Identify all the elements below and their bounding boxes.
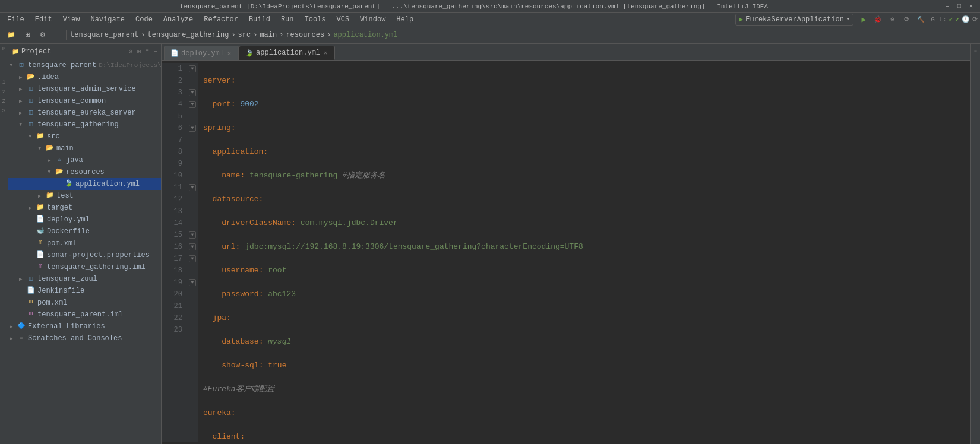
menu-tools[interactable]: Tools: [300, 14, 331, 25]
panel-settings-icon[interactable]: ≡: [146, 48, 149, 55]
git-label: Git:: [931, 16, 946, 23]
fold-11[interactable]: ▼: [189, 184, 196, 191]
right-toolbar: ≡: [970, 44, 980, 444]
breadcrumb-parent[interactable]: tensquare_parent: [70, 31, 138, 39]
fold-1[interactable]: ▼: [189, 65, 196, 72]
tab-application-yml-label: application.yml: [256, 49, 320, 57]
tree-item-application-yml[interactable]: ▶ 🍃 application.yml: [8, 178, 161, 190]
fold-3[interactable]: ▼: [189, 89, 196, 96]
tree-item-external-libraries[interactable]: ▶ 🔷 External Libraries: [8, 321, 161, 332]
tab-deploy-yml-label: deploy.yml: [181, 49, 224, 58]
tree-item-pom-xml[interactable]: ▶ m pom.xml: [8, 237, 161, 249]
menu-bar: File Edit View Navigate Code Analyze Ref…: [0, 13, 980, 26]
menu-view[interactable]: View: [58, 14, 85, 25]
code-line-8: url: jdbc:mysql://192.168.8.19:3306/tens…: [203, 241, 966, 253]
run-button[interactable]: ▶: [857, 13, 870, 26]
icon-parent-iml: m: [26, 310, 36, 319]
tab-deploy-yml-close[interactable]: ✕: [226, 50, 232, 57]
left-tool-4[interactable]: Z: [1, 99, 8, 106]
tab-application-yml-close[interactable]: ✕: [323, 49, 328, 56]
right-tool-1[interactable]: ≡: [974, 49, 977, 55]
icon-eureka-server: ◫: [26, 108, 36, 118]
breadcrumb-src[interactable]: src: [238, 31, 251, 39]
tree-item-target[interactable]: ▶ 📁 target: [8, 202, 161, 214]
panel-minimize-icon[interactable]: –: [154, 48, 157, 55]
tree-item-tensquare-parent[interactable]: ▼ ◫ tensquare_parent D:\IdeaProjects\te: [8, 59, 161, 71]
tree-item-dockerfile[interactable]: ▶ 🐋 Dockerfile: [8, 226, 161, 237]
menu-code[interactable]: Code: [131, 14, 157, 25]
panel-options-icon[interactable]: ⚙: [129, 48, 132, 55]
toolbar-layout-btn[interactable]: ⊞: [21, 30, 34, 40]
code-line-10: password: abc123: [203, 288, 966, 300]
tree-item-resources[interactable]: ▼ 📂 resources: [8, 166, 161, 178]
window-controls[interactable]: – □ ✕: [943, 2, 975, 11]
tree-item-deploy-yml[interactable]: ▶ 📄 deploy.yml: [8, 214, 161, 226]
tree-item-idea[interactable]: ▶ 📂 .idea: [8, 71, 161, 83]
toolbar-minimize-btn[interactable]: –: [52, 30, 62, 40]
panel-layout-icon[interactable]: ⊞: [137, 48, 141, 55]
tree-item-sonar[interactable]: ▶ 📄 sonar-project.properties: [8, 249, 161, 261]
fold-6[interactable]: ▼: [189, 125, 196, 132]
toolbar-project-icon[interactable]: 📁: [4, 30, 19, 40]
menu-run[interactable]: Run: [276, 14, 299, 25]
fold-17[interactable]: ▼: [189, 255, 196, 262]
profile-button[interactable]: ⟳: [900, 13, 913, 26]
tree-item-gathering-iml[interactable]: ▶ m tensquare_gathering.iml: [8, 261, 161, 273]
build-button[interactable]: 🔨: [914, 13, 927, 26]
menu-analyze[interactable]: Analyze: [159, 14, 198, 25]
panel-project-icon: 📁: [12, 48, 19, 55]
menu-file[interactable]: File: [2, 14, 29, 25]
menu-refactor[interactable]: Refactor: [199, 14, 243, 25]
tree-item-admin-service[interactable]: ▶ ◫ tensquare_admin_service: [8, 83, 161, 95]
tree-item-gathering[interactable]: ▼ ◫ tensquare_gathering: [8, 119, 161, 131]
fold-19[interactable]: ▼: [189, 279, 196, 286]
tree-item-main[interactable]: ▼ 📂 main: [8, 142, 161, 154]
tree-item-common[interactable]: ▶ ◫ tensquare_common: [8, 95, 161, 107]
code-content[interactable]: server: port: 9002 spring: application: …: [198, 63, 970, 442]
minimize-button[interactable]: –: [943, 2, 951, 11]
breadcrumb-gathering[interactable]: tensquare_gathering: [148, 31, 229, 39]
tree-item-java[interactable]: ▶ ☕ java: [8, 154, 161, 166]
left-tool-2[interactable]: 1: [1, 80, 8, 87]
icon-external-libraries: 🔷: [17, 322, 26, 331]
code-editor[interactable]: 1 2 3 4 5 6 7 8 9 10 11 12 13 14 15 16 1: [162, 61, 970, 444]
icon-scratches: ✏: [17, 334, 26, 343]
left-tool-3[interactable]: 2: [1, 89, 8, 96]
menu-edit[interactable]: Edit: [30, 14, 57, 25]
tree-item-zuul[interactable]: ▶ ◫ tensquare_zuul: [8, 273, 161, 285]
breadcrumb-main[interactable]: main: [260, 31, 277, 39]
editor-area[interactable]: 1 2 3 4 5 6 7 8 9 10 11 12 13 14 15 16 1: [162, 61, 970, 444]
debug-button[interactable]: 🐞: [871, 13, 884, 26]
menu-vcs[interactable]: VCS: [332, 14, 355, 25]
tab-deploy-yml[interactable]: 📄 deploy.yml ✕: [164, 46, 239, 60]
menu-help[interactable]: Help: [391, 14, 418, 25]
tree-item-eureka-server[interactable]: ▶ ◫ tensquare_eureka_server: [8, 107, 161, 119]
code-line-5: name: tensquare-gathering #指定服务名: [203, 170, 966, 182]
menu-build[interactable]: Build: [244, 14, 275, 25]
tree-item-jenkinsfile[interactable]: ▶ 📄 Jenkinsfile: [8, 285, 161, 297]
tab-application-yml[interactable]: 🍃 application.yml ✕: [239, 46, 335, 60]
tree-item-parent-iml[interactable]: ▶ m tensquare_parent.iml: [8, 309, 161, 321]
toolbar-settings-btn[interactable]: ⚙: [36, 30, 49, 40]
arrow-admin-service: ▶: [19, 86, 26, 93]
left-tool-5[interactable]: S: [1, 108, 8, 115]
maximize-button[interactable]: □: [955, 2, 963, 11]
tree-item-scratches[interactable]: ▶ ✏ Scratches and Consoles: [8, 332, 161, 344]
breadcrumb-resources[interactable]: resources: [286, 31, 324, 39]
fold-16[interactable]: ▼: [189, 243, 196, 250]
close-button[interactable]: ✕: [967, 2, 975, 11]
left-gutter: P 1 2 Z S: [0, 44, 8, 444]
breadcrumb-file[interactable]: application.yml: [333, 31, 397, 39]
run-config-selector[interactable]: ▶ EurekaServerApplication ▾: [735, 14, 854, 26]
tree-item-test[interactable]: ▶ 📁 test: [8, 190, 161, 202]
fold-15[interactable]: ▼: [189, 231, 196, 239]
menu-window[interactable]: Window: [355, 14, 390, 25]
menu-navigate[interactable]: Navigate: [86, 14, 129, 25]
tree-item-src[interactable]: ▼ 📁 src: [8, 131, 161, 142]
coverage-button[interactable]: ⚙: [886, 13, 899, 26]
icon-jenkinsfile: 📄: [26, 286, 36, 296]
tree-item-root-pom[interactable]: ▶ m pom.xml: [8, 297, 161, 309]
left-tool-1[interactable]: P: [1, 46, 8, 53]
fold-4[interactable]: ▼: [189, 101, 196, 108]
arrow-resources: ▼: [48, 169, 55, 175]
